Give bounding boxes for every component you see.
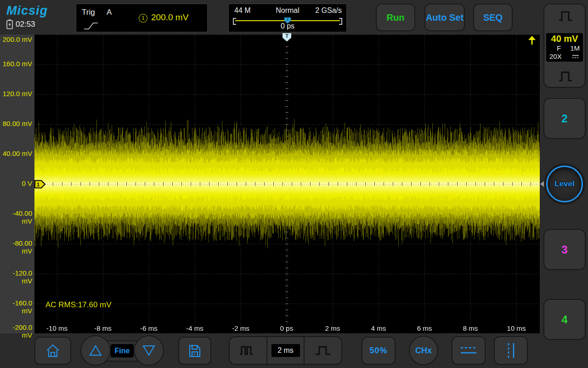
timebase-control-group: 2 ms: [229, 336, 342, 365]
double-pulse-icon: [239, 345, 257, 356]
y-axis-label: -200.0 mV: [1, 323, 32, 339]
graticule[interactable]: T 1 AC RMS:17.60 mV -10 ms-8 ms-6 ms-4 m…: [34, 34, 540, 334]
brand-logo: Micsig: [6, 4, 48, 18]
x-axis-label: 8 ms: [452, 324, 489, 332]
trigger-50-percent-button[interactable]: 50%: [362, 337, 396, 365]
channel1-coupling: F: [549, 44, 561, 52]
trigger-status-box[interactable]: Trig A 1 200.0 mV: [76, 4, 208, 32]
dc-coupling-icon: [571, 54, 580, 59]
trigger-position-value: 0 ps: [229, 22, 346, 30]
triangle-down-icon: [142, 345, 156, 356]
y-axis-label: 0 V: [1, 179, 32, 187]
x-axis-label: 10 ms: [498, 324, 535, 332]
trigger-level-value: 200.0 mV: [151, 12, 188, 23]
y-axis-strip: 200.0 mV160.0 mV120.0 mV80.00 mV40.00 mV…: [0, 34, 34, 334]
single-pulse-icon: [315, 345, 331, 356]
fine-mode-badge[interactable]: Fine: [111, 344, 134, 357]
autoset-button[interactable]: Auto Set: [424, 4, 465, 31]
y-axis-label: -80.00 mV: [1, 239, 32, 255]
trig-channel-label: A: [107, 8, 112, 17]
measurement-readout: AC RMS:17.60 mV: [45, 300, 112, 310]
channel1-zero-marker-number: 1: [37, 182, 40, 187]
trigger-source-badge: 1: [139, 14, 147, 23]
y-axis-label: -160.0 mV: [1, 299, 32, 315]
step-up-button[interactable]: [80, 335, 111, 366]
channel1-impedance: 1M: [570, 44, 580, 52]
y-axis-label: 120.0 mV: [1, 90, 32, 98]
timebase-value: 2 ms: [271, 344, 300, 357]
vertical-cursors-icon: [503, 341, 518, 360]
save-button[interactable]: [178, 337, 211, 365]
channel2-button[interactable]: 2: [543, 98, 586, 139]
x-axis-label: 0 ps: [268, 324, 305, 332]
step-down-button[interactable]: [134, 335, 164, 366]
channel3-button[interactable]: 3: [543, 229, 586, 270]
home-icon: [45, 344, 61, 358]
channel1-zero-marker[interactable]: 1: [34, 180, 46, 189]
timebase-zoom-in-button[interactable]: [305, 337, 341, 364]
rising-edge-icon: [84, 22, 98, 31]
trigger-level-offscreen-arrow-icon: [528, 36, 536, 45]
acquisition-status-box[interactable]: 44 M Normal 2 GSa/s T 0 ps: [228, 4, 347, 32]
home-button[interactable]: [34, 337, 71, 365]
x-axis-label: -6 ms: [130, 324, 167, 332]
y-axis-label: 40.00 mV: [1, 150, 32, 157]
level-knob[interactable]: Level: [546, 166, 583, 202]
timebase-value-button[interactable]: 2 ms: [266, 337, 305, 364]
panel-collapse-arrow-icon[interactable]: [540, 181, 544, 187]
x-axis-label: 2 ms: [314, 324, 351, 332]
status-clock: 02:53: [6, 19, 35, 29]
x-axis-label: 4 ms: [360, 324, 397, 332]
y-axis-label: -120.0 mV: [1, 269, 32, 285]
y-axis-label: 160.0 mV: [1, 60, 32, 68]
x-axis-label: -8 ms: [85, 324, 121, 332]
channel-select-button[interactable]: CHx: [409, 336, 438, 365]
channel1-button[interactable]: 40 mV F 1M 20X: [543, 4, 586, 88]
run-button[interactable]: Run: [376, 4, 415, 31]
horizontal-cursor-button[interactable]: [452, 336, 486, 365]
waveform-canvas[interactable]: [34, 34, 540, 334]
x-axis-label: 6 ms: [406, 324, 443, 332]
x-axis-label: -10 ms: [39, 324, 75, 332]
seq-button[interactable]: SEQ: [473, 4, 513, 31]
clock-text: 02:53: [16, 20, 35, 29]
channel1-probe: 20X: [549, 52, 562, 61]
horizontal-cursors-icon: [458, 344, 479, 357]
sample-rate: 2 GSa/s: [315, 6, 342, 15]
pulse-icon: [559, 70, 572, 82]
channel4-button[interactable]: 4: [543, 299, 586, 340]
charging-bolt-icon: [9, 22, 11, 27]
pulse-icon: [559, 10, 572, 22]
channel1-info-box[interactable]: 40 mV F 1M 20X: [546, 33, 583, 62]
triangle-up-icon: [89, 345, 102, 356]
battery-icon: [6, 19, 13, 29]
y-axis-label: 200.0 mV: [1, 35, 32, 43]
trig-label: Trig: [82, 8, 95, 17]
vertical-cursor-button[interactable]: [494, 336, 528, 365]
timebase-zoom-out-button[interactable]: [230, 337, 266, 364]
channel1-scale: 40 mV: [549, 34, 580, 44]
y-axis-label: -40.00 mV: [1, 209, 32, 225]
x-axis-label: -2 ms: [222, 324, 259, 332]
save-icon: [188, 344, 202, 358]
y-axis-label: 80.00 mV: [1, 120, 32, 127]
x-axis-label: -4 ms: [176, 324, 213, 332]
